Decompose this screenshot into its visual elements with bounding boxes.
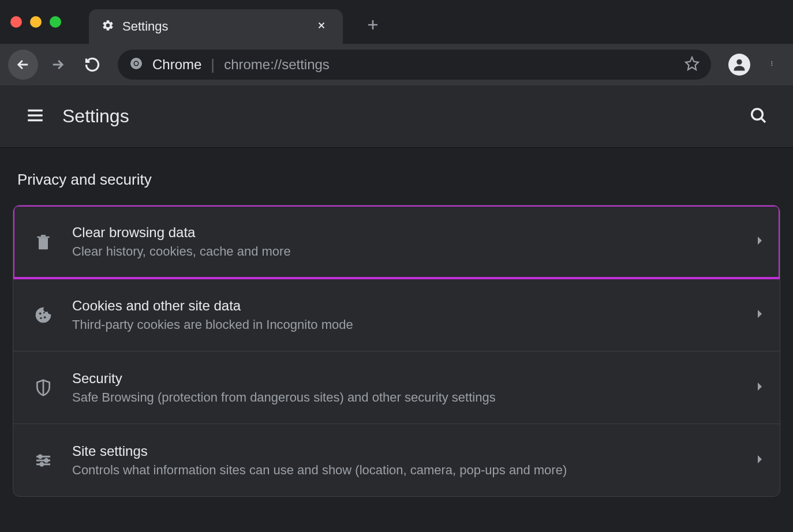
svg-point-7 — [752, 108, 763, 119]
settings-content: Privacy and security Clear browsing data… — [0, 148, 793, 497]
row-text: Cookies and other site data Third-party … — [72, 298, 757, 332]
tab-strip: Settings — [0, 0, 793, 44]
svg-point-9 — [44, 316, 46, 319]
chrome-icon — [129, 57, 143, 73]
section-heading: Privacy and security — [0, 171, 793, 205]
row-text: Site settings Controls what information … — [72, 443, 757, 478]
svg-point-11 — [43, 312, 45, 313]
gear-icon — [102, 19, 114, 34]
omnibox-separator: | — [211, 56, 215, 74]
svg-point-3 — [736, 59, 742, 65]
cookie-icon — [29, 306, 57, 324]
svg-point-12 — [39, 455, 42, 458]
reload-button[interactable] — [77, 50, 107, 80]
svg-point-4 — [772, 61, 773, 62]
browser-toolbar: Chrome | chrome://settings — [0, 44, 793, 85]
omnibox-url: chrome://settings — [224, 57, 675, 73]
svg-point-13 — [45, 459, 48, 462]
window-controls — [10, 16, 61, 28]
row-cookies[interactable]: Cookies and other site data Third-party … — [13, 278, 780, 351]
row-title: Site settings — [72, 443, 757, 459]
row-subtitle: Safe Browsing (protection from dangerous… — [72, 390, 757, 405]
svg-point-2 — [134, 62, 138, 65]
shield-icon — [29, 379, 57, 397]
row-subtitle: Third-party cookies are blocked in Incog… — [72, 317, 757, 332]
svg-point-5 — [772, 63, 773, 64]
forward-button[interactable] — [43, 50, 73, 80]
back-button[interactable] — [8, 50, 38, 80]
svg-point-6 — [772, 65, 773, 66]
row-title: Security — [72, 370, 757, 387]
chevron-right-icon — [757, 455, 764, 466]
chevron-right-icon — [757, 382, 764, 394]
menu-icon[interactable] — [25, 106, 45, 128]
bookmark-star-icon[interactable] — [684, 56, 700, 73]
window-maximize-button[interactable] — [50, 16, 61, 28]
trash-icon — [29, 233, 57, 251]
browser-menu-button[interactable] — [762, 50, 785, 79]
search-button[interactable] — [749, 106, 768, 127]
window-close-button[interactable] — [10, 16, 22, 28]
address-bar[interactable]: Chrome | chrome://settings — [118, 50, 711, 80]
row-text: Clear browsing data Clear history, cooki… — [72, 224, 757, 259]
window-minimize-button[interactable] — [30, 16, 42, 28]
close-tab-button[interactable] — [313, 17, 330, 36]
page-title: Settings — [62, 106, 732, 127]
omnibox-chip-label: Chrome — [152, 57, 201, 73]
row-site-settings[interactable]: Site settings Controls what information … — [13, 424, 780, 496]
settings-app-bar: Settings — [0, 85, 793, 148]
profile-avatar-button[interactable] — [728, 54, 750, 76]
svg-point-14 — [40, 463, 43, 466]
row-subtitle: Controls what information sites can use … — [72, 463, 757, 478]
row-clear-browsing-data[interactable]: Clear browsing data Clear history, cooki… — [13, 205, 780, 278]
chevron-right-icon — [757, 236, 764, 248]
browser-tab[interactable]: Settings — [89, 9, 343, 44]
row-security[interactable]: Security Safe Browsing (protection from … — [13, 351, 780, 424]
row-title: Clear browsing data — [72, 224, 757, 241]
svg-point-8 — [39, 312, 42, 314]
tab-title: Settings — [122, 19, 305, 34]
new-tab-button[interactable] — [359, 12, 387, 40]
privacy-card: Clear browsing data Clear history, cooki… — [13, 205, 780, 497]
row-title: Cookies and other site data — [72, 298, 757, 314]
svg-point-10 — [40, 317, 42, 319]
row-text: Security Safe Browsing (protection from … — [72, 370, 757, 405]
row-subtitle: Clear history, cookies, cache and more — [72, 244, 757, 259]
chevron-right-icon — [757, 309, 764, 321]
sliders-icon — [29, 451, 57, 470]
